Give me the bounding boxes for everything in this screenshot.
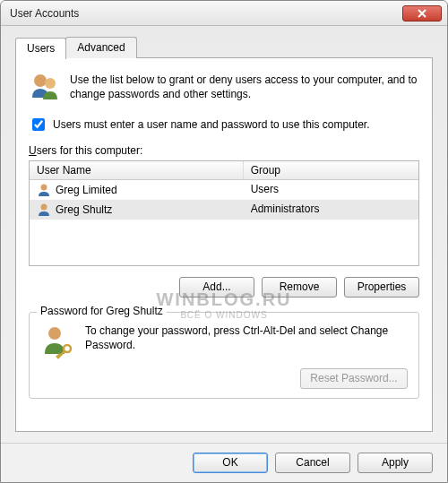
tab-users[interactable]: Users — [15, 38, 66, 59]
users-list-label: Users for this computer: — [29, 144, 419, 157]
tab-advanced[interactable]: Advanced — [65, 37, 136, 58]
user-icon — [37, 203, 51, 217]
table-row[interactable]: Greg Shultz Administrators — [30, 200, 418, 220]
tab-panel-users: Use the list below to grant or deny user… — [15, 57, 433, 432]
reset-password-button[interactable]: Reset Password... — [300, 368, 408, 389]
column-header-username[interactable]: User Name — [30, 161, 244, 179]
user-accounts-window: User Accounts Users Advanced Use the lis… — [0, 0, 448, 483]
users-list-body: Greg Limited Users Greg Shultz Admini — [30, 180, 418, 220]
remove-button[interactable]: Remove — [262, 277, 337, 298]
cell-username: Greg Shultz — [56, 203, 112, 216]
add-button[interactable]: Add... — [179, 277, 254, 298]
users-list-header[interactable]: User Name Group — [30, 161, 418, 180]
close-button[interactable] — [402, 5, 442, 22]
svg-point-3 — [41, 204, 47, 211]
password-groupbox-title: Password for Greg Shultz — [37, 305, 167, 317]
table-row[interactable]: Greg Limited Users — [30, 180, 418, 200]
user-icon — [37, 183, 51, 197]
svg-point-0 — [34, 74, 47, 87]
cancel-button[interactable]: Cancel — [275, 453, 350, 473]
user-key-icon — [40, 323, 76, 359]
cell-username: Greg Limited — [56, 184, 117, 196]
users-list[interactable]: User Name Group Greg Limited Users — [29, 160, 419, 266]
intro-row: Use the list below to grant or deny user… — [29, 71, 419, 103]
require-password-label[interactable]: Users must enter a user name and passwor… — [53, 118, 370, 131]
require-password-row: Users must enter a user name and passwor… — [29, 116, 419, 134]
password-groupbox: Password for Greg Shultz To change your … — [29, 312, 419, 399]
require-password-checkbox[interactable] — [32, 118, 45, 131]
intro-text: Use the list below to grant or deny user… — [70, 71, 419, 103]
password-instruction-text: To change your password, press Ctrl-Alt-… — [85, 323, 408, 352]
tabstrip: Users Advanced — [15, 37, 433, 58]
list-buttons: Add... Remove Properties — [29, 277, 419, 298]
cell-group: Users — [244, 182, 418, 198]
cell-group: Administrators — [244, 202, 418, 218]
svg-point-4 — [48, 327, 61, 340]
dialog-footer: OK Cancel Apply — [1, 443, 447, 482]
window-title: User Accounts — [10, 7, 402, 20]
ok-button[interactable]: OK — [193, 453, 268, 473]
column-header-group[interactable]: Group — [244, 161, 418, 179]
users-icon — [29, 71, 61, 103]
svg-point-5 — [64, 345, 71, 352]
titlebar[interactable]: User Accounts — [1, 1, 447, 26]
apply-button[interactable]: Apply — [358, 453, 433, 473]
svg-point-2 — [41, 185, 47, 191]
svg-point-1 — [45, 78, 56, 89]
properties-button[interactable]: Properties — [344, 277, 419, 298]
